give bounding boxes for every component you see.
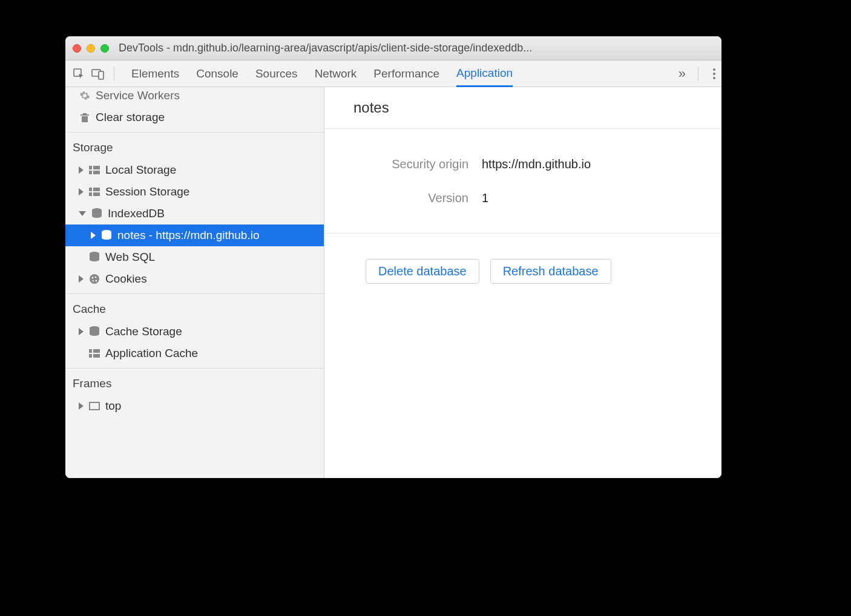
- tab-network[interactable]: Network: [315, 61, 357, 87]
- inspect-element-icon[interactable]: [71, 67, 86, 81]
- window-controls: [73, 44, 109, 53]
- chevron-right-icon: [79, 328, 84, 335]
- sidebar-label: Cookies: [105, 272, 147, 286]
- chevron-right-icon: [91, 232, 96, 239]
- svg-rect-24: [90, 402, 99, 410]
- sidebar-label: Web SQL: [105, 251, 155, 264]
- sidebar-label: IndexedDB: [108, 207, 165, 220]
- sidebar-label: Clear storage: [96, 111, 165, 124]
- tab-sources[interactable]: Sources: [255, 61, 298, 87]
- version-label: Version: [324, 191, 482, 205]
- svg-rect-5: [89, 171, 92, 174]
- chevron-right-icon: [79, 188, 84, 195]
- grid-icon: [88, 186, 100, 198]
- sidebar-item-cookies[interactable]: Cookies: [65, 268, 324, 290]
- toolbar-divider: [698, 67, 698, 81]
- sidebar-item-local-storage[interactable]: Local Storage: [65, 159, 324, 181]
- sidebar-item-indexeddb[interactable]: IndexedDB: [65, 203, 324, 224]
- database-name: notes: [324, 87, 721, 129]
- database-details: notes Security origin https://mdn.github…: [324, 87, 721, 478]
- toolbar-divider: [114, 67, 114, 81]
- refresh-database-button[interactable]: Refresh database: [490, 259, 611, 284]
- svg-point-14: [90, 274, 99, 284]
- device-toolbar-icon[interactable]: [91, 67, 105, 81]
- database-actions: Delete database Refresh database: [324, 234, 721, 284]
- svg-rect-4: [93, 166, 100, 169]
- zoom-window-button[interactable]: [100, 44, 109, 53]
- devtools-toolbar: Elements Console Sources Network Perform…: [65, 61, 721, 87]
- origin-label: Security origin: [324, 157, 482, 171]
- sidebar-label: Cache Storage: [105, 325, 182, 338]
- tab-performance[interactable]: Performance: [373, 61, 439, 87]
- info-row-origin: Security origin https://mdn.github.io: [324, 147, 721, 181]
- svg-rect-20: [89, 349, 92, 353]
- window-titlebar: DevTools - mdn.github.io/learning-area/j…: [65, 36, 721, 61]
- sidebar-item-cache-storage[interactable]: Cache Storage: [65, 321, 324, 342]
- sidebar-item-application-cache[interactable]: Application Cache: [65, 342, 324, 364]
- svg-point-15: [92, 277, 94, 279]
- svg-point-18: [93, 280, 94, 281]
- sidebar-item-top-frame[interactable]: top: [65, 395, 324, 417]
- sidebar-heading-storage: Storage: [65, 132, 324, 159]
- database-icon: [88, 251, 100, 263]
- sidebar-item-session-storage[interactable]: Session Storage: [65, 181, 324, 203]
- sidebar-item-notes-db[interactable]: notes - https://mdn.github.io: [65, 224, 324, 246]
- sidebar-item-clear-storage[interactable]: Clear storage: [65, 106, 324, 128]
- sidebar-label: Application Cache: [105, 347, 198, 360]
- delete-database-button[interactable]: Delete database: [366, 259, 479, 284]
- svg-point-16: [95, 277, 97, 278]
- more-tabs-icon[interactable]: »: [678, 66, 683, 82]
- version-value: 1: [482, 191, 488, 205]
- panel-tabs: Elements Console Sources Network Perform…: [131, 61, 513, 87]
- chevron-down-icon: [79, 211, 86, 216]
- application-sidebar: Service Workers Clear storage Storage Lo…: [65, 87, 324, 478]
- sidebar-heading-frames: Frames: [65, 368, 324, 395]
- svg-rect-23: [93, 354, 100, 358]
- devtools-window: DevTools - mdn.github.io/learning-area/j…: [65, 36, 721, 478]
- grid-icon: [88, 164, 100, 176]
- database-icon: [100, 229, 113, 241]
- svg-rect-22: [89, 354, 92, 358]
- tab-elements[interactable]: Elements: [131, 61, 179, 87]
- tab-console[interactable]: Console: [196, 61, 238, 87]
- sidebar-item-web-sql[interactable]: Web SQL: [65, 246, 324, 268]
- toolbar-right: »: [678, 66, 715, 82]
- origin-value: https://mdn.github.io: [482, 157, 591, 171]
- svg-rect-2: [99, 71, 104, 79]
- sidebar-label: Session Storage: [105, 185, 189, 198]
- database-icon: [91, 208, 103, 220]
- chevron-right-icon: [79, 275, 84, 283]
- window-title: DevTools - mdn.github.io/learning-area/j…: [119, 42, 714, 54]
- svg-rect-7: [89, 188, 92, 191]
- svg-rect-9: [89, 192, 92, 196]
- cookie-icon: [88, 273, 100, 285]
- minimize-window-button[interactable]: [87, 44, 95, 53]
- frame-icon: [88, 400, 100, 412]
- svg-rect-3: [89, 166, 92, 169]
- svg-rect-10: [93, 192, 100, 196]
- sidebar-label: Local Storage: [105, 163, 176, 177]
- svg-rect-6: [93, 171, 100, 174]
- sidebar-label: notes - https://mdn.github.io: [117, 229, 259, 242]
- svg-rect-8: [93, 188, 100, 191]
- database-info: Security origin https://mdn.github.io Ve…: [324, 129, 721, 234]
- grid-icon: [88, 347, 100, 359]
- svg-rect-21: [93, 349, 100, 353]
- info-row-version: Version 1: [324, 181, 721, 215]
- gear-icon: [79, 90, 91, 102]
- sidebar-label: top: [105, 399, 121, 413]
- database-icon: [88, 326, 100, 338]
- svg-point-17: [96, 280, 97, 282]
- trash-icon: [79, 111, 91, 123]
- chevron-right-icon: [79, 402, 84, 410]
- close-window-button[interactable]: [73, 44, 81, 53]
- sidebar-label: Service Workers: [96, 89, 180, 102]
- sidebar-item-service-workers[interactable]: Service Workers: [65, 87, 324, 106]
- tab-application[interactable]: Application: [456, 61, 513, 87]
- application-panel: Service Workers Clear storage Storage Lo…: [65, 87, 721, 478]
- chevron-right-icon: [79, 166, 84, 174]
- settings-menu-icon[interactable]: [713, 68, 715, 79]
- sidebar-heading-cache: Cache: [65, 293, 324, 321]
